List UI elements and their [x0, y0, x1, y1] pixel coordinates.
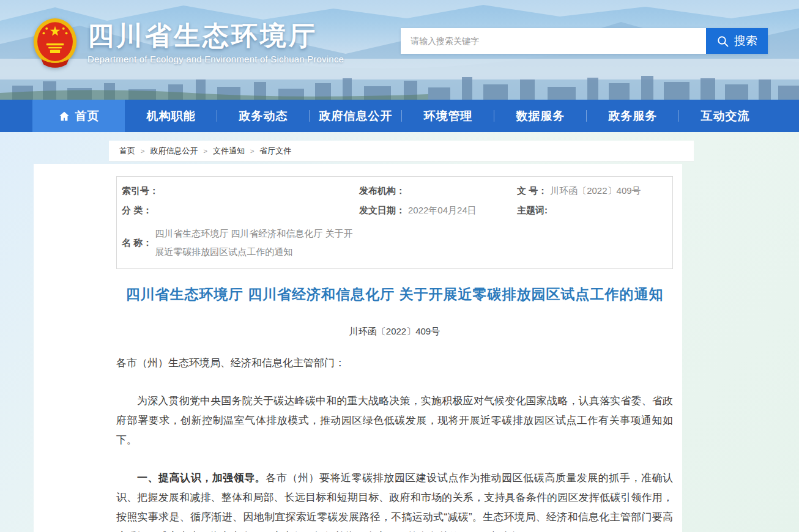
meta-date: 发文日期： 2022年04月24日 — [359, 205, 517, 216]
nav-item-label: 机构职能 — [147, 108, 196, 124]
breadcrumb-home-link[interactable]: 首页 — [119, 146, 135, 157]
meta-keywords: 主题词: — [517, 205, 666, 216]
section-1-paragraph: 一、提高认识，加强领导。各市（州）要将近零碳排放园区建设试点作为推动园区低碳高质… — [116, 468, 673, 532]
meta-index-no: 索引号： — [122, 185, 359, 197]
document-number: 川环函〔2022〕409号 — [116, 326, 673, 338]
meta-category-label: 分 类： — [122, 205, 152, 216]
nav-item-label: 首页 — [75, 108, 100, 124]
meta-doc-no-value: 川环函〔2022〕409号 — [550, 185, 641, 197]
nav-item-gov-info-disclosure[interactable]: 政府信息公开 — [310, 100, 402, 132]
meta-agency-label: 发布机构： — [359, 185, 405, 197]
nav-item-interaction[interactable]: 互动交流 — [679, 100, 771, 132]
meta-keywords-label: 主题词: — [517, 205, 548, 216]
site-title: 四川省生态环境厅 — [87, 21, 344, 50]
nav-item-functions[interactable]: 机构职能 — [125, 100, 217, 132]
meta-category: 分 类： — [122, 205, 359, 216]
site-brand: 四川省生态环境厅 Department of Ecology and Envir… — [32, 17, 344, 68]
nav-item-label: 环境管理 — [424, 108, 473, 124]
nav-item-label: 政务动态 — [239, 108, 288, 124]
search-button-label: 搜索 — [734, 33, 757, 49]
section-1-heading: 一、提高认识，加强领导。 — [137, 472, 266, 484]
site-subtitle: Department of Ecology and Environment of… — [87, 54, 344, 64]
meta-doc-no-label: 文 号： — [517, 185, 547, 197]
search-icon — [716, 35, 729, 48]
nav-item-gov-news[interactable]: 政务动态 — [217, 100, 310, 132]
page: 四川省生态环境厅 Department of Ecology and Envir… — [0, 0, 799, 532]
breadcrumb-dept-docs-link[interactable]: 省厅文件 — [259, 146, 291, 157]
breadcrumb-separator: > — [203, 147, 207, 155]
site-header: 四川省生态环境厅 Department of Ecology and Envir… — [0, 0, 799, 100]
meta-date-label: 发文日期： — [359, 205, 405, 216]
breadcrumb-separator: > — [250, 147, 254, 155]
nav-item-label: 互动交流 — [701, 108, 750, 124]
nav-item-home[interactable]: 首页 — [32, 100, 125, 132]
main-nav: 首页 机构职能 政务动态 政府信息公开 环境管理 数据服务 政务服务 互动交流 — [0, 100, 799, 132]
meta-name: 名 称： 四川省生态环境厅 四川省经济和信息化厅 关于开展近零碳排放园区试点工作… — [122, 224, 666, 261]
meta-name-label: 名 称： — [122, 237, 152, 249]
meta-doc-no: 文 号： 川环函〔2022〕409号 — [517, 185, 666, 197]
national-emblem-logo — [32, 17, 78, 68]
nav-item-label: 政务服务 — [609, 108, 658, 124]
nav-item-gov-services[interactable]: 政务服务 — [587, 100, 679, 132]
meta-name-value: 四川省生态环境厅 四川省经济和信息化厅 关于开展近零碳排放园区试点工作的通知 — [155, 224, 360, 261]
document-card: 索引号： 发布机构： 文 号： 川环函〔2022〕409号 分 类： — [34, 164, 682, 532]
nav-item-env-management[interactable]: 环境管理 — [402, 100, 494, 132]
search-bar: 搜索 — [401, 28, 768, 54]
breadcrumb: 首页 > 政府信息公开 > 文件通知 > 省厅文件 — [109, 141, 694, 161]
document-body: 各市（州）生态环境局、经济和信息化主管部门： 为深入贯彻党中央国务院关于碳达峰碳… — [116, 353, 673, 532]
nav-item-label: 数据服务 — [516, 108, 565, 124]
site-title-group: 四川省生态环境厅 Department of Ecology and Envir… — [87, 21, 344, 64]
search-button[interactable]: 搜索 — [706, 28, 768, 54]
search-input[interactable] — [401, 28, 706, 54]
nav-item-data-services[interactable]: 数据服务 — [494, 100, 587, 132]
intro-paragraph: 为深入贯彻党中央国务院关于碳达峰碳中和的重大战略决策，实施积极应对气候变化国家战… — [116, 391, 673, 450]
document-meta-table: 索引号： 发布机构： 文 号： 川环函〔2022〕409号 分 类： — [116, 176, 673, 269]
salutation-paragraph: 各市（州）生态环境局、经济和信息化主管部门： — [116, 353, 673, 373]
breadcrumb-notices-link[interactable]: 文件通知 — [213, 146, 245, 157]
home-icon — [58, 110, 70, 122]
meta-agency: 发布机构： — [359, 185, 517, 197]
document-title: 四川省生态环境厅 四川省经济和信息化厅 关于开展近零碳排放园区试点工作的通知 — [116, 285, 673, 304]
content-area: 首页 > 政府信息公开 > 文件通知 > 省厅文件 索引号： 发布机构： — [0, 132, 799, 532]
breadcrumb-gov-info-link[interactable]: 政府信息公开 — [150, 146, 198, 157]
meta-index-label: 索引号： — [122, 185, 158, 197]
nav-item-label: 政府信息公开 — [319, 108, 393, 124]
breadcrumb-separator: > — [141, 147, 144, 155]
meta-date-value: 2022年04月24日 — [408, 205, 477, 216]
